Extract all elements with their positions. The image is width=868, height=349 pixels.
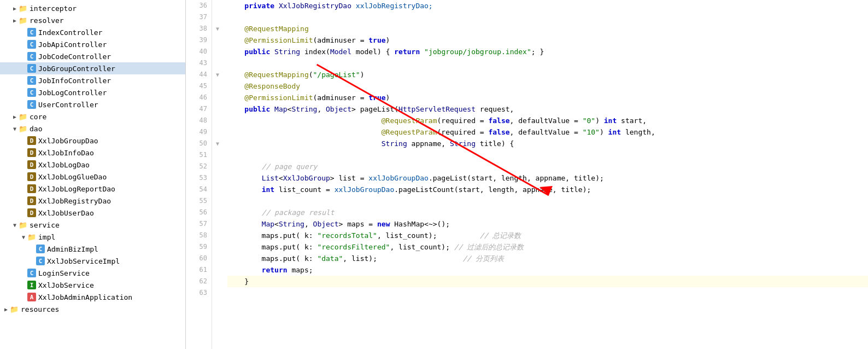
- file-icon-dao: D: [27, 148, 36, 157]
- code-token: [227, 34, 244, 46]
- code-token: , list_count);: [390, 241, 454, 253]
- sidebar-item-JobGroupController[interactable]: CJobGroupController: [0, 62, 185, 74]
- folder-arrow-icon[interactable]: ▼: [11, 222, 19, 228]
- gutter-cell: ▼: [212, 23, 223, 34]
- sidebar-item-XxlJobServiceImpl[interactable]: CXxlJobServiceImpl: [0, 255, 185, 267]
- code-line: // package result: [227, 207, 868, 218]
- code-line: @PermissionLimit(adminuser = true): [227, 92, 868, 103]
- sidebar-item-XxlJobService[interactable]: IXxlJobService: [0, 279, 185, 291]
- code-token: String: [450, 138, 480, 149]
- file-icon-dao: D: [27, 196, 36, 205]
- code-token: [227, 80, 244, 92]
- sidebar-item-XxlJobAdminApplication[interactable]: AXxlJobAdminApplication: [0, 291, 185, 303]
- sidebar-item-dao[interactable]: ▼📁dao: [0, 123, 185, 135]
- file-label: IndexController: [38, 28, 102, 37]
- code-token: }: [244, 276, 249, 287]
- sidebar-item-resources[interactable]: ▶📁resources: [0, 303, 185, 315]
- sidebar-item-XxlJobLogDao[interactable]: DXxlJobLogDao: [0, 159, 185, 171]
- line-number: 48: [188, 115, 207, 126]
- file-icon-c: C: [27, 269, 36, 277]
- sidebar-item-LoginService[interactable]: CLoginService: [0, 267, 185, 279]
- sidebar-item-JobInfoController[interactable]: CJobInfoController: [0, 74, 185, 86]
- code-token: // page query: [262, 161, 318, 172]
- file-icon-c: C: [27, 76, 36, 85]
- code-token: , list_count);: [377, 230, 480, 241]
- code-token: "data": [317, 253, 343, 264]
- line-number: 54: [188, 184, 207, 195]
- code-token: ): [600, 126, 608, 138]
- code-line: List<XxlJobGroup> list = xxlJobGroupDao.…: [227, 172, 868, 184]
- code-line: @RequestParam(required = false, defaultV…: [227, 115, 868, 126]
- sidebar-item-XxlJobUserDao[interactable]: DXxlJobUserDao: [0, 207, 185, 219]
- line-number: 61: [188, 264, 207, 276]
- folder-arrow-icon[interactable]: ▶: [11, 114, 19, 120]
- folder-arrow-icon[interactable]: ▶: [11, 5, 19, 11]
- code-line: [227, 57, 868, 69]
- code-token: @PermissionLimit: [244, 92, 313, 103]
- code-area[interactable]: 3637383940434445464748495051525354555657…: [186, 0, 868, 349]
- gutter-cell: [212, 80, 223, 92]
- file-icon-c: C: [27, 52, 36, 61]
- code-line: // page query: [227, 161, 868, 172]
- sidebar-item-XxlJobLogGlueDao[interactable]: DXxlJobLogGlueDao: [0, 171, 185, 183]
- code-token: return: [262, 264, 292, 276]
- file-icon-folder: 📁: [19, 4, 27, 13]
- sidebar-item-interceptor[interactable]: ▶📁interceptor: [0, 2, 185, 14]
- sidebar-item-service[interactable]: ▼📁service: [0, 219, 185, 231]
- file-label: JobGroupController: [38, 65, 115, 73]
- file-icon-folder: 📁: [19, 112, 27, 121]
- code-token: , defaultValue =: [510, 115, 583, 126]
- code-token: request,: [480, 103, 514, 115]
- code-token: (required =: [437, 126, 489, 138]
- sidebar-item-XxlJobRegistryDao[interactable]: DXxlJobRegistryDao: [0, 195, 185, 207]
- folder-arrow-icon[interactable]: ▼: [11, 126, 19, 132]
- file-icon-c: C: [27, 64, 36, 73]
- line-number: 40: [188, 46, 207, 57]
- sidebar-item-XxlJobGroupDao[interactable]: DXxlJobGroupDao: [0, 135, 185, 147]
- sidebar-item-impl[interactable]: ▼📁impl: [0, 231, 185, 243]
- sidebar-item-JobApiController[interactable]: CJobApiController: [0, 38, 185, 50]
- code-token: [227, 23, 244, 34]
- code-token: [227, 172, 262, 184]
- code-token: true: [368, 34, 385, 46]
- code-line: int list_count = xxlJobGroupDao.pageList…: [227, 184, 868, 195]
- file-icon-c: C: [27, 40, 36, 49]
- folder-arrow-icon[interactable]: ▼: [20, 234, 27, 240]
- gutter-cell: [212, 195, 223, 207]
- file-label: XxlJobServiceImpl: [47, 257, 120, 265]
- line-number: 43: [188, 57, 207, 69]
- code-token: Object: [313, 218, 339, 230]
- folder-arrow-icon[interactable]: ▶: [2, 306, 10, 312]
- code-token: , list);: [343, 253, 462, 264]
- gutter-cell: [212, 126, 223, 138]
- sidebar-item-XxlJobLogReportDao[interactable]: DXxlJobLogReportDao: [0, 183, 185, 195]
- code-line: [227, 195, 868, 207]
- gutter-cell: [212, 149, 223, 161]
- sidebar-item-UserController[interactable]: CUserController: [0, 98, 185, 110]
- line-number: 39: [188, 34, 207, 46]
- code-line: maps.put( k: "data", list); // 分页列表: [227, 253, 868, 264]
- sidebar-item-resolver[interactable]: ▶📁resolver: [0, 14, 185, 26]
- folder-arrow-icon[interactable]: ▶: [11, 18, 19, 24]
- sidebar-item-XxlJobInfoDao[interactable]: DXxlJobInfoDao: [0, 147, 185, 159]
- line-number: 51: [188, 149, 207, 161]
- line-number: 45: [188, 80, 207, 92]
- code-token: Model: [330, 46, 356, 57]
- sidebar-item-core[interactable]: ▶📁core: [0, 110, 185, 123]
- file-label: XxlJobRegistryDao: [38, 197, 111, 205]
- code-token: [227, 276, 244, 287]
- file-tree[interactable]: ▶📁interceptor▶📁resolverCIndexControllerC…: [0, 0, 186, 349]
- sidebar-item-JobCodeController[interactable]: CJobCodeController: [0, 50, 185, 62]
- code-token: index(: [304, 46, 330, 57]
- file-label: JobCodeController: [38, 53, 111, 61]
- code-token: Object: [326, 103, 351, 115]
- sidebar-item-JobLogController[interactable]: CJobLogController: [0, 86, 185, 98]
- file-label: core: [30, 113, 46, 121]
- line-number: 52: [188, 161, 207, 172]
- line-number: 57: [188, 218, 207, 230]
- sidebar-item-IndexController[interactable]: CIndexController: [0, 26, 185, 38]
- sidebar-item-AdminBizImpl[interactable]: CAdminBizImpl: [0, 243, 185, 255]
- file-icon-folder: 📁: [10, 305, 19, 313]
- code-token: "/pageList": [313, 69, 360, 80]
- code-token: [227, 138, 382, 149]
